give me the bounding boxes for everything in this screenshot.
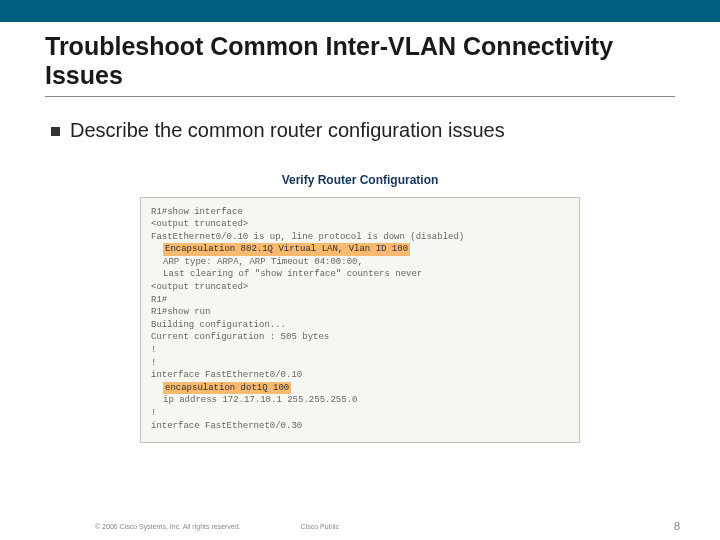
footer-page-number: 8 (674, 520, 680, 532)
term-line-highlight: encapsulation dot1Q 100 (151, 382, 569, 395)
term-line: ! (151, 344, 569, 357)
slide-footer: © 2006 Cisco Systems, Inc. All rights re… (0, 520, 720, 532)
term-line: R1#show run (151, 306, 569, 319)
term-line: Last clearing of "show interface" counte… (151, 268, 569, 281)
square-bullet-icon (51, 127, 60, 136)
term-line: <output truncated> (151, 218, 569, 231)
term-line-highlight: Encapsulation 802.1Q Virtual LAN, Vlan I… (151, 243, 569, 256)
slide-title: Troubleshoot Common Inter-VLAN Connectiv… (45, 32, 675, 97)
term-line: ! (151, 357, 569, 370)
term-line: interface FastEthernet0/0.30 (151, 420, 569, 433)
figure-title: Verify Router Configuration (282, 173, 439, 187)
term-line: Building configuration... (151, 319, 569, 332)
footer-publicity: Cisco Public (301, 523, 340, 530)
term-line: R1#show interface (151, 206, 569, 219)
term-line: R1# (151, 294, 569, 307)
brand-top-bar (0, 0, 720, 22)
term-line: Current configuration : 505 bytes (151, 331, 569, 344)
bullet-item: Describe the common router configuration… (51, 119, 675, 142)
term-line: ! (151, 407, 569, 420)
highlight-span: Encapsulation 802.1Q Virtual LAN, Vlan I… (163, 243, 410, 256)
footer-copyright: © 2006 Cisco Systems, Inc. All rights re… (95, 523, 241, 530)
slide-content: Troubleshoot Common Inter-VLAN Connectiv… (0, 22, 720, 443)
figure-container: Verify Router Configuration R1#show inte… (45, 170, 675, 444)
term-line: FastEthernet0/0.10 is up, line protocol … (151, 231, 569, 244)
bullet-text: Describe the common router configuration… (70, 119, 505, 142)
highlight-span: encapsulation dot1Q 100 (163, 382, 291, 395)
term-line: <output truncated> (151, 281, 569, 294)
term-line: interface FastEthernet0/0.10 (151, 369, 569, 382)
terminal-output: R1#show interface <output truncated> Fas… (140, 197, 580, 444)
term-line: ip address 172.17.10.1 255.255.255.0 (151, 394, 569, 407)
term-line: ARP type: ARPA, ARP Timeout 04:00:00, (151, 256, 569, 269)
